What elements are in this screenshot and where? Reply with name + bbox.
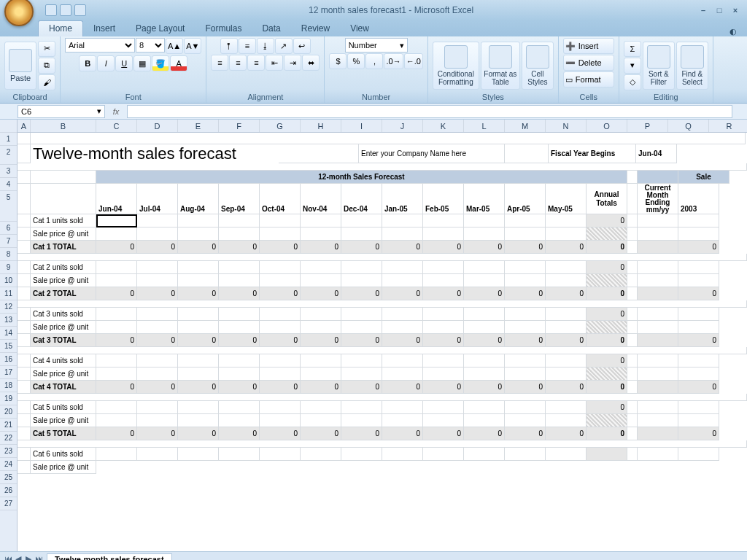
redo-icon[interactable] [74,4,86,16]
find-select-button[interactable]: Find & Select [676,42,708,90]
total-1-5[interactable]: 0 [301,287,341,300]
units-total-0[interactable]: 0 [587,214,627,228]
fiscal-year-label[interactable]: Fiscal Year Begins [549,144,636,163]
row-header-8[interactable]: 8 [0,248,17,261]
total-0-2[interactable]: 0 [178,241,219,254]
col-header-P[interactable]: P [627,120,668,132]
month-hdr-1[interactable]: Jul-04 [137,184,178,214]
annual-total-0[interactable]: 0 [587,241,627,254]
row-header-20[interactable]: 20 [0,405,17,419]
row-price-0[interactable]: Sale price @ unit [31,228,96,241]
row-header-15[interactable]: 15 [0,340,17,353]
total-4-0[interactable]: 0 [96,427,137,440]
row-header-24[interactable]: 24 [0,458,17,471]
price-annual-2[interactable] [587,321,627,334]
annual-total-1[interactable]: 0 [587,287,627,300]
autosum-icon[interactable]: Σ [624,41,641,57]
total-1-10[interactable]: 0 [505,287,546,300]
total-4-4[interactable]: 0 [260,427,301,440]
row-header-7[interactable]: 7 [0,235,17,248]
minimize-button[interactable]: – [696,4,711,16]
total-2-10[interactable]: 0 [505,334,546,347]
total-4-6[interactable]: 0 [341,427,382,440]
total-2-5[interactable]: 0 [301,334,341,347]
band-right[interactable]: Sale [678,171,729,184]
annual-total-2[interactable]: 0 [587,334,627,347]
increase-indent-icon[interactable]: ⇥ [284,55,301,71]
restore-button[interactable]: □ [712,4,727,16]
row-price-1[interactable]: Sale price @ unit [31,274,96,287]
total-1-8[interactable]: 0 [423,287,464,300]
month-hdr-5[interactable]: Nov-04 [301,184,341,214]
right-total-4[interactable]: 0 [678,427,719,440]
total-4-8[interactable]: 0 [423,427,464,440]
right-year[interactable]: 2003 [678,184,719,214]
conditional-formatting-button[interactable]: Conditional Formatting [433,42,479,90]
percent-icon[interactable]: % [347,53,365,69]
col-header-J[interactable]: J [382,120,423,132]
units-total-2[interactable]: 0 [587,308,627,321]
total-3-6[interactable]: 0 [341,381,382,394]
font-color-icon[interactable]: A [170,55,187,71]
total-4-1[interactable]: 0 [137,427,178,440]
decrease-decimal-icon[interactable]: ←.0 [404,53,423,69]
underline-button[interactable]: U [115,55,133,71]
row-total-1[interactable]: Cat 2 TOTAL [31,287,96,300]
row-header-11[interactable]: 11 [0,287,17,300]
fiscal-year-value[interactable]: Jun-04 [636,144,677,163]
shrink-font-icon[interactable]: A▼ [184,38,201,54]
tab-home[interactable]: Home [38,20,83,36]
total-4-7[interactable]: 0 [382,427,423,440]
total-3-0[interactable]: 0 [96,381,137,394]
right-total-0[interactable]: 0 [678,241,719,254]
format-painter-icon[interactable]: 🖌 [38,74,55,90]
row-price-3[interactable]: Sale price @ unit [31,368,96,381]
paste-button[interactable]: Paste [4,42,36,90]
right-total-3[interactable]: 0 [678,381,719,394]
month-hdr-6[interactable]: Dec-04 [341,184,382,214]
tab-review[interactable]: Review [291,21,340,36]
total-2-8[interactable]: 0 [423,334,464,347]
currency-icon[interactable]: $ [329,53,347,69]
row-units-2[interactable]: Cat 3 units sold [31,308,96,321]
total-2-11[interactable]: 0 [546,334,587,347]
row-header-1[interactable]: 1 [0,133,17,146]
price-annual-4[interactable] [587,414,627,427]
format-cells-button[interactable]: ▭Format [563,71,614,88]
total-0-3[interactable]: 0 [219,241,260,254]
cell-styles-button[interactable]: Cell Styles [522,42,554,90]
font-size-select[interactable]: 8 [136,38,165,52]
units-total-5[interactable] [587,448,627,461]
row-units-0[interactable]: Cat 1 units sold [31,214,96,228]
row-header-6[interactable]: 6 [0,222,17,235]
month-hdr-10[interactable]: Apr-05 [505,184,546,214]
row-total-3[interactable]: Cat 4 TOTAL [31,381,96,394]
units-total-3[interactable]: 0 [587,354,627,368]
row-header-27[interactable]: 27 [0,497,17,510]
row-header-25[interactable]: 25 [0,471,17,484]
total-0-6[interactable]: 0 [341,241,382,254]
total-4-5[interactable]: 0 [301,427,341,440]
total-1-3[interactable]: 0 [219,287,260,300]
border-icon[interactable]: ▦ [133,55,151,71]
col-header-M[interactable]: M [505,120,546,132]
col-header-R[interactable]: R [709,120,747,132]
total-1-11[interactable]: 0 [546,287,587,300]
total-0-1[interactable]: 0 [137,241,178,254]
total-1-0[interactable]: 0 [96,287,137,300]
row-price-5[interactable]: Sale price @ unit [31,461,96,474]
forecast-band[interactable]: 12-month Sales Forecast [96,171,627,184]
total-2-7[interactable]: 0 [382,334,423,347]
right-total-1[interactable]: 0 [678,287,719,300]
row-header-18[interactable]: 18 [0,379,17,392]
close-button[interactable]: × [728,4,743,16]
row-header-19[interactable]: 19 [0,392,17,405]
units-total-1[interactable]: 0 [587,261,627,274]
cut-icon[interactable]: ✂ [38,41,55,57]
col-header-H[interactable]: H [301,120,341,132]
row-header-10[interactable]: 10 [0,274,17,287]
row-units-5[interactable]: Cat 6 units sold [31,448,96,461]
month-hdr-11[interactable]: May-05 [546,184,587,214]
row-header-22[interactable]: 22 [0,432,17,445]
col-header-I[interactable]: I [341,120,382,132]
